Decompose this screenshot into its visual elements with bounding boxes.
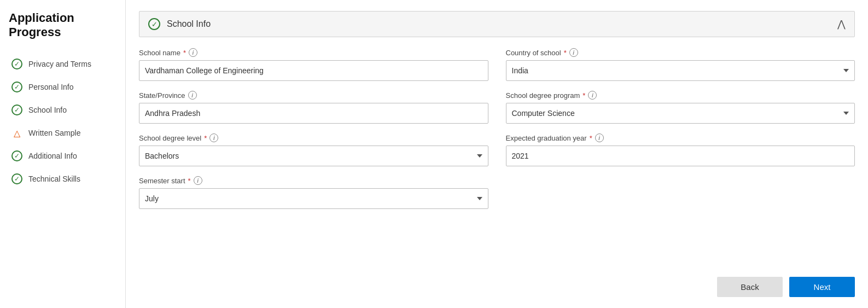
- sidebar: Application Progress ✓ Privacy and Terms…: [0, 0, 126, 308]
- required-marker: *: [183, 49, 186, 57]
- sidebar-label-additional: Additional Info: [28, 152, 77, 160]
- sidebar-label-privacy: Privacy and Terms: [28, 60, 91, 68]
- required-marker-semester: *: [188, 177, 191, 185]
- check-icon-additional: ✓: [11, 150, 23, 162]
- sidebar-label-school: School Info: [28, 106, 67, 114]
- sidebar-title: Application Progress: [9, 11, 116, 39]
- form-row-4: Semester start * i July January August S…: [139, 176, 855, 209]
- grad-year-input[interactable]: [506, 146, 855, 166]
- back-button[interactable]: Back: [717, 277, 783, 297]
- required-marker-level: *: [204, 134, 207, 142]
- degree-level-select[interactable]: Bachelors Masters PhD Associate: [139, 146, 488, 166]
- grad-year-field: Expected graduation year * i: [506, 133, 855, 166]
- semester-field: Semester start * i July January August S…: [139, 176, 488, 209]
- degree-program-info-icon[interactable]: i: [588, 91, 597, 100]
- school-name-label: School name * i: [139, 48, 488, 57]
- check-icon-privacy: ✓: [11, 58, 23, 70]
- school-info-section-header[interactable]: ✓ School Info ⋀: [139, 11, 855, 37]
- sidebar-item-technical[interactable]: ✓ Technical Skills: [9, 167, 116, 190]
- required-marker-year: *: [590, 134, 592, 142]
- sidebar-label-personal: Personal Info: [28, 83, 74, 91]
- country-select[interactable]: India United States United Kingdom: [506, 60, 855, 81]
- check-icon-school: ✓: [11, 104, 23, 116]
- school-name-input[interactable]: [139, 60, 488, 81]
- sidebar-item-written[interactable]: △ Written Sample: [9, 121, 116, 144]
- sidebar-item-school[interactable]: ✓ School Info: [9, 98, 116, 121]
- degree-level-field: School degree level * i Bachelors Master…: [139, 133, 488, 166]
- degree-level-label: School degree level * i: [139, 133, 488, 142]
- school-name-info-icon[interactable]: i: [189, 48, 197, 57]
- check-icon-personal: ✓: [11, 81, 23, 93]
- grad-year-info-icon[interactable]: i: [595, 133, 604, 142]
- semester-info-icon[interactable]: i: [194, 176, 202, 185]
- form-row-3: School degree level * i Bachelors Master…: [139, 133, 855, 166]
- degree-program-select[interactable]: Computer Science Electrical Engineering …: [506, 103, 855, 124]
- section-check-icon: ✓: [148, 18, 160, 30]
- grad-year-label: Expected graduation year * i: [506, 133, 855, 142]
- degree-program-label: School degree program * i: [506, 91, 855, 100]
- degree-program-field: School degree program * i Computer Scien…: [506, 91, 855, 124]
- sidebar-item-additional[interactable]: ✓ Additional Info: [9, 144, 116, 167]
- main-content: ✓ School Info ⋀ School name * i Country …: [126, 0, 868, 308]
- semester-select[interactable]: July January August September: [139, 188, 488, 209]
- degree-level-info-icon[interactable]: i: [209, 133, 218, 142]
- state-label: State/Province i: [139, 91, 488, 100]
- required-marker-program: *: [582, 91, 585, 100]
- state-info-icon[interactable]: i: [188, 91, 197, 100]
- state-input[interactable]: [139, 103, 488, 124]
- form-row-2: State/Province i School degree program *…: [139, 91, 855, 124]
- footer-buttons: Back Next: [139, 266, 855, 297]
- sidebar-item-privacy[interactable]: ✓ Privacy and Terms: [9, 53, 116, 75]
- country-field: Country of school * i India United State…: [506, 48, 855, 81]
- chevron-up-icon: ⋀: [837, 18, 846, 30]
- school-name-field: School name * i: [139, 48, 488, 81]
- check-icon-technical: ✓: [11, 173, 23, 185]
- form-row-1: School name * i Country of school * i In…: [139, 48, 855, 81]
- sidebar-item-personal[interactable]: ✓ Personal Info: [9, 75, 116, 98]
- section-title: School Info: [167, 19, 837, 29]
- required-marker-country: *: [564, 49, 567, 57]
- semester-label: Semester start * i: [139, 176, 488, 185]
- country-info-icon[interactable]: i: [569, 48, 578, 57]
- warning-icon-written: △: [11, 127, 23, 139]
- sidebar-label-written: Written Sample: [28, 129, 80, 137]
- next-button[interactable]: Next: [789, 277, 855, 297]
- country-label: Country of school * i: [506, 48, 855, 57]
- state-field: State/Province i: [139, 91, 488, 124]
- sidebar-label-technical: Technical Skills: [28, 175, 80, 183]
